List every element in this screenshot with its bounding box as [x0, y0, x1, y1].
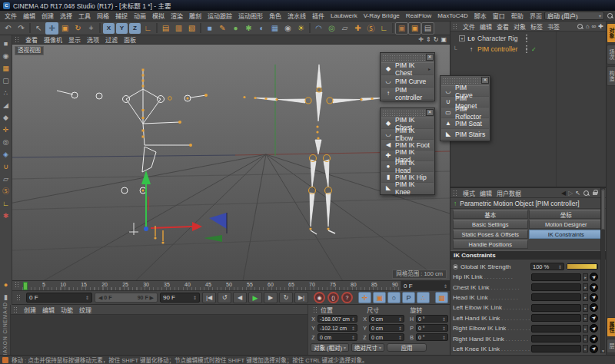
viewport-menu-item[interactable]: 查看 [22, 35, 41, 44]
menu-item[interactable]: RealFlow [403, 12, 434, 19]
scale-tool-button[interactable]: ▣ [58, 22, 71, 35]
link-menu-button[interactable]: ▸ [583, 345, 588, 352]
cloner-button[interactable]: ▣ [408, 22, 421, 35]
ik-link-input[interactable] [531, 314, 581, 322]
history-back-icon[interactable]: ◀ [561, 190, 566, 197]
object-menu-item[interactable]: 查看 [494, 22, 511, 31]
material-menu-item[interactable]: 创建 [21, 306, 39, 314]
material-menu-item[interactable]: 编辑 [39, 306, 58, 314]
menu-item[interactable]: 动画 [131, 12, 149, 20]
link-menu-button[interactable]: ▸ [583, 293, 588, 301]
palette-item[interactable]: ◆ PIM IK Chest ▸ [381, 63, 434, 75]
timeline-ruler[interactable]: 051015202530354045505560657075808590 0 F… [12, 281, 450, 291]
link-menu-button[interactable]: ▸ [583, 335, 588, 342]
position-field[interactable]: -168.007 cm⇕ [317, 315, 357, 323]
menu-item[interactable]: 运动图形 [235, 12, 266, 20]
environment-button[interactable]: ◎ [325, 22, 338, 35]
expand-icon[interactable]: + [459, 35, 465, 41]
play-loop-button[interactable]: ↻ [279, 292, 293, 303]
visibility-dots[interactable] [524, 45, 530, 53]
link-menu-button[interactable]: ▸ [583, 304, 588, 312]
link-menu-button[interactable]: ▸ [583, 325, 588, 333]
material-preview-icon[interactable]: ● [1, 280, 11, 290]
close-icon[interactable]: ✕ [481, 77, 489, 84]
camera-button[interactable]: ◉ [281, 22, 294, 35]
dock-tab[interactable]: 层 [607, 339, 615, 353]
attribute-tab[interactable]: Static Poses & Offsets [453, 230, 528, 239]
render-view-button[interactable]: ▤ [159, 22, 172, 35]
pick-object-button[interactable]: ➤ [590, 303, 598, 312]
palette-drag-handle[interactable]: ✕ [382, 110, 433, 117]
interface-dropdown[interactable]: 启动 (用户) ▾ [544, 12, 604, 20]
panel-grip[interactable] [313, 306, 318, 313]
menu-item[interactable]: 工具 [75, 12, 94, 20]
panel-grip[interactable] [13, 306, 18, 313]
deformer-button[interactable]: ◠ [312, 22, 325, 35]
magnet-snap-button[interactable]: ∪ [1, 161, 11, 171]
panel-grip[interactable] [453, 23, 458, 30]
close-icon[interactable]: ✕ [426, 54, 434, 61]
pick-object-button[interactable]: ➤ [590, 314, 598, 323]
stage-button[interactable]: ▱ [338, 22, 351, 35]
coord-mode-dropdown[interactable]: 对象 (相对)▾ [311, 343, 349, 352]
scroll-down-icon[interactable]: ▼ [601, 349, 605, 353]
toggle-view-icon[interactable]: ▣ [440, 36, 447, 43]
ik-link-input[interactable] [531, 325, 581, 333]
x-axis-toggle[interactable]: X [103, 23, 115, 34]
texture-mode-button[interactable]: ▦ [1, 63, 11, 73]
visibility-dots[interactable] [524, 35, 530, 42]
panel-grip[interactable] [16, 294, 22, 301]
light-button[interactable]: ☀ [294, 22, 308, 35]
paint-button[interactable]: ✱ [1, 210, 11, 220]
panel-grip[interactable] [15, 36, 20, 43]
end-frame-field[interactable]: 90 F ⇕ [160, 293, 200, 303]
start-frame-field[interactable]: 0 F ⇕ [26, 293, 92, 303]
close-icon[interactable]: ✕ [426, 109, 434, 116]
current-frame-box[interactable]: 0 F ⇕ [401, 281, 450, 290]
edges-mode-button[interactable]: ◢ [1, 100, 11, 110]
live-selection-button[interactable]: ↖ [32, 22, 45, 35]
z-axis-toggle[interactable]: Z [129, 23, 141, 34]
search-icon[interactable] [607, 12, 613, 19]
separator[interactable] [392, 23, 394, 33]
object-menu-item[interactable]: 对象 [511, 22, 528, 31]
object-menu-item[interactable]: 标签 [528, 22, 545, 31]
palette-item[interactable]: ▭ PIM Reflector [441, 108, 489, 118]
pan-view-icon[interactable]: ✛ [418, 36, 424, 43]
spinner-icon[interactable]: ⇕ [558, 264, 562, 270]
key-position-toggle[interactable]: ✛ [358, 292, 371, 303]
array-button[interactable]: ✱ [242, 22, 255, 35]
link-menu-button[interactable]: ▸ [583, 314, 588, 322]
menu-item[interactable]: 窗口 [490, 12, 508, 20]
separator[interactable] [309, 23, 311, 33]
coordinate-system-button[interactable]: ∟ [141, 22, 155, 35]
material-menu-item[interactable]: 纹理 [76, 306, 95, 314]
attribute-tab[interactable]: Handle Positions [453, 240, 528, 249]
key-parameter-toggle[interactable]: P [402, 292, 415, 303]
pick-object-button[interactable]: ➤ [590, 345, 598, 353]
position-field[interactable]: -102.12 cm⇕ [317, 324, 357, 332]
link-menu-button[interactable]: ▸ [583, 273, 588, 281]
menu-item[interactable]: 插件 [309, 12, 327, 20]
spinner-icon[interactable]: ⇕ [398, 316, 402, 322]
global-ik-slider[interactable] [567, 263, 598, 270]
palette-item[interactable]: ● PIM IK Head [381, 161, 434, 172]
attribute-menu-item[interactable]: 用户数据 [494, 189, 524, 197]
rotate-tool-button[interactable]: ↻ [71, 22, 85, 35]
lock-icon[interactable] [592, 190, 598, 196]
key-rotation-toggle[interactable]: ○ [387, 292, 401, 303]
ik-link-input[interactable] [531, 304, 581, 312]
palette-item[interactable]: ◡ PIM IK Elbow [381, 129, 434, 140]
section-header[interactable]: IK Constraints [450, 250, 606, 260]
ik-link-input[interactable] [531, 273, 581, 281]
menu-item[interactable]: 捕捉 [112, 12, 131, 20]
ik-link-input[interactable] [531, 283, 581, 291]
attribute-tab[interactable]: 坐标 [529, 210, 604, 219]
plugin-button[interactable]: ▤ [421, 22, 434, 35]
dock-tab[interactable]: 场次 [607, 45, 615, 65]
pick-object-button[interactable]: ➤ [590, 324, 598, 333]
menu-item[interactable]: 模拟 [149, 12, 168, 20]
spinner-icon[interactable]: ⇕ [85, 295, 89, 300]
workplane-mode-button[interactable]: ▢ [1, 75, 11, 85]
frame-range-slider[interactable]: ◀ 0 F 90 F ▶ [95, 293, 158, 303]
